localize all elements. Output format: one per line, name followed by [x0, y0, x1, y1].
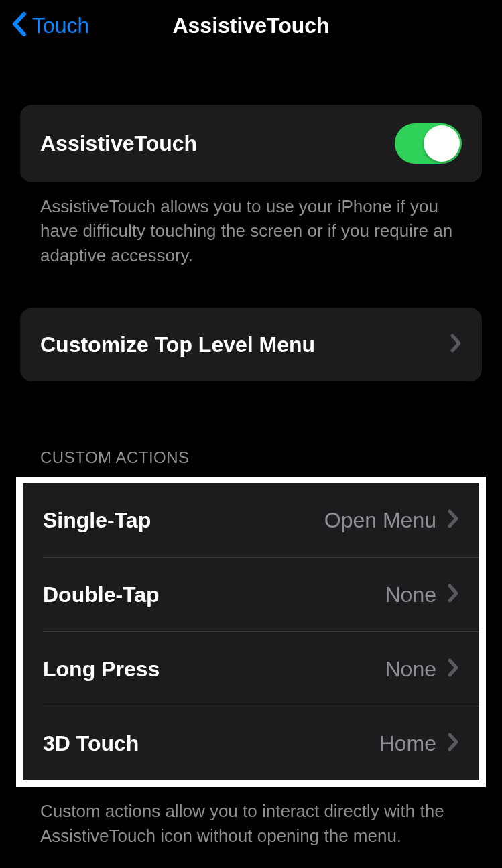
chevron-right-icon — [447, 583, 459, 606]
double-tap-row[interactable]: Double-Tap None — [23, 558, 479, 631]
chevron-right-icon — [447, 732, 459, 755]
toggle-thumb — [424, 125, 460, 162]
back-label: Touch — [32, 13, 89, 38]
chevron-left-icon — [11, 11, 27, 40]
long-press-label: Long Press — [43, 657, 160, 682]
customize-menu-label: Customize Top Level Menu — [40, 332, 315, 357]
single-tap-label: Single-Tap — [43, 508, 151, 533]
assistivetouch-footer: AssistiveTouch allows you to use your iP… — [20, 182, 482, 267]
assistivetouch-toggle-group: AssistiveTouch — [20, 105, 482, 182]
chevron-right-icon — [447, 658, 459, 680]
assistivetouch-toggle[interactable] — [395, 123, 462, 164]
assistivetouch-label: AssistiveTouch — [40, 131, 197, 156]
long-press-value: None — [385, 657, 437, 682]
customize-top-level-menu-row[interactable]: Customize Top Level Menu — [20, 308, 482, 381]
double-tap-value: None — [385, 582, 437, 607]
navigation-bar: Touch AssistiveTouch — [0, 0, 502, 58]
custom-actions-group: Single-Tap Open Menu Double-Tap None — [23, 483, 479, 780]
custom-actions-highlight: Single-Tap Open Menu Double-Tap None — [16, 477, 486, 787]
chevron-right-icon — [450, 333, 462, 356]
3d-touch-row[interactable]: 3D Touch Home — [23, 706, 479, 780]
3d-touch-label: 3D Touch — [43, 731, 139, 756]
single-tap-value: Open Menu — [324, 508, 436, 533]
chevron-right-icon — [447, 509, 459, 532]
customize-menu-group: Customize Top Level Menu — [20, 308, 482, 381]
back-button[interactable]: Touch — [11, 11, 89, 40]
assistivetouch-toggle-row[interactable]: AssistiveTouch — [20, 105, 482, 182]
custom-actions-footer: Custom actions allow you to interact dir… — [20, 787, 482, 848]
long-press-row[interactable]: Long Press None — [23, 632, 479, 706]
custom-actions-header: CUSTOM ACTIONS — [20, 448, 482, 477]
single-tap-row[interactable]: Single-Tap Open Menu — [23, 483, 479, 557]
3d-touch-value: Home — [379, 731, 436, 756]
double-tap-label: Double-Tap — [43, 582, 160, 607]
